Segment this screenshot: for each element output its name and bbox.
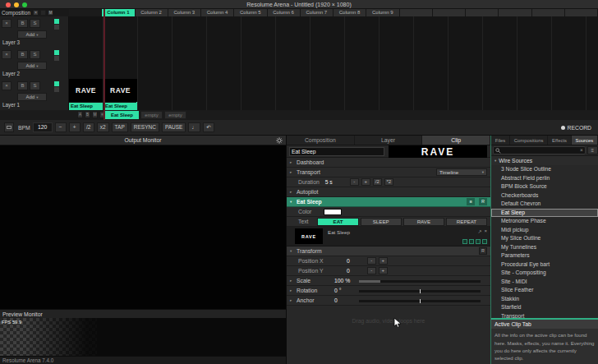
clip-slot[interactable] [483,79,518,110]
clip-slot[interactable] [104,16,138,48]
mini-button[interactable] [469,239,474,244]
bpm-decrease-button[interactable]: − [55,122,67,132]
column-header-1[interactable]: Column 1 [102,9,135,16]
clip-name-input[interactable] [289,147,384,156]
clip-trigger-eat-sleep[interactable]: Eat Sleep [105,111,139,119]
layer-close-button[interactable]: × [2,19,12,28]
close-icon[interactable]: × [484,228,487,234]
list-item[interactable]: Procedural Eye bart [491,260,598,270]
clip-slot[interactable] [414,48,448,79]
clip-slot[interactable] [310,48,345,79]
list-item[interactable]: Midi pickup [491,226,598,235]
composition-toggle[interactable] [40,10,46,16]
clip-slot[interactable] [518,16,552,48]
gear-icon[interactable] [276,137,283,144]
position-y-decrease-button[interactable]: - [367,267,376,274]
position-x-value[interactable]: 0 [347,258,350,264]
clip-slot[interactable] [242,48,276,79]
minimize-window-button[interactable] [14,2,19,7]
dashboard-row[interactable]: ▸ Dashboard [287,158,490,168]
composition-master-button[interactable]: M [48,10,53,16]
clip-slot[interactable] [138,79,172,110]
clear-search-icon[interactable]: × [580,146,583,154]
layer-led[interactable] [54,25,59,30]
list-item[interactable]: My Tunnelines [491,243,598,252]
clip-slot[interactable] [345,16,380,48]
duration-double-button[interactable]: *2 [384,178,393,186]
layer-active-led[interactable] [54,19,59,24]
layer-active-led[interactable] [54,50,59,55]
clip-slot[interactable] [552,48,586,79]
clip-slot[interactable] [586,79,598,110]
clip-slot[interactable] [172,79,207,110]
list-item[interactable]: Site - Compositing [491,269,598,278]
position-x-increase-button[interactable]: + [379,257,388,265]
composition-icon[interactable] [4,122,14,132]
expand-icon[interactable]: ↗ [477,228,481,234]
browser-tab-sources[interactable]: Sources [572,136,598,145]
layer-active-led[interactable] [54,81,59,86]
layer-name[interactable]: Layer 3 [2,39,20,45]
record-button[interactable]: RECORD [561,125,591,131]
layer-add-button[interactable]: Add▾ [17,93,47,101]
maximize-window-button[interactable] [22,2,27,7]
column-header-7[interactable]: Column 7 [301,9,334,16]
layer-solo-button[interactable]: S [30,81,40,90]
layer-bypass-button[interactable]: B [17,50,28,59]
crossfader-button-B[interactable]: B [85,111,90,118]
close-window-button[interactable] [6,2,11,7]
layer-solo-button[interactable]: S [30,19,40,28]
text-option-rave[interactable]: RAVE [403,218,444,226]
layer-close-button[interactable]: × [2,81,12,90]
mini-button[interactable] [476,239,481,244]
list-item[interactable]: Abstract Field perlin [491,174,598,183]
clip-slot[interactable]: RAVEEat Sleep [104,79,138,110]
clip-slot[interactable] [310,79,345,110]
clip-slot[interactable] [207,48,242,79]
clip-slot[interactable] [380,48,414,79]
clip-slot[interactable] [172,48,207,79]
clip-slot[interactable] [586,48,598,79]
position-x-decrease-button[interactable]: - [367,257,376,265]
position-y-increase-button[interactable]: + [379,267,388,274]
transport-row[interactable]: ▸ Transport Timeline ▾ [287,168,490,177]
list-view-button[interactable]: ≡ [587,146,598,154]
source-group-header[interactable]: ▾ Wire Sources [491,156,598,165]
clip-slot[interactable] [172,16,207,48]
layer-led[interactable] [54,87,59,92]
clip-slot[interactable] [276,48,310,79]
undo-icon[interactable]: ↶ [203,122,214,132]
layer-add-button[interactable]: Add▾ [17,62,47,70]
transform-reset-button[interactable]: R [479,247,487,255]
clip-slot[interactable] [345,48,380,79]
column-header-3[interactable]: Column 3 [168,9,201,16]
clip-slot[interactable] [552,79,586,110]
clip-slot[interactable] [448,79,483,110]
clip-slot[interactable] [483,48,518,79]
list-item[interactable]: Eat Sleep [491,209,598,218]
layer-preview-cell[interactable]: RAVEEat Sleep [69,79,104,110]
layer-solo-button[interactable]: S [30,50,40,59]
clip-slot[interactable] [414,16,448,48]
clip-slot[interactable] [104,48,138,79]
list-item[interactable]: Stakkin [491,295,598,304]
text-option-repeat[interactable]: REPEAT [446,218,487,226]
clip-slot[interactable] [310,16,345,48]
clip-slot[interactable] [414,79,448,110]
list-item[interactable]: Metronome Phase [491,217,598,226]
list-item[interactable]: Starfield [491,303,598,312]
clip-slot[interactable] [518,48,552,79]
layer-name[interactable]: Layer 2 [2,71,20,76]
bpm-half-button[interactable]: /2 [83,122,94,132]
rotation-slider[interactable] [359,290,481,293]
list-item[interactable]: Checkerboards [491,191,598,200]
duration-increase-button[interactable]: + [361,178,370,186]
clip-slot[interactable] [448,48,483,79]
layer-close-button[interactable]: × [2,50,12,59]
layer-preview-cell[interactable] [69,48,104,79]
clip-tab-clip[interactable]: Clip [422,136,490,145]
scale-value[interactable]: 100 % [334,278,350,283]
clip-slot[interactable] [518,79,552,110]
pause-button[interactable]: PAUSE [162,122,186,132]
clip-slot[interactable] [276,79,310,110]
